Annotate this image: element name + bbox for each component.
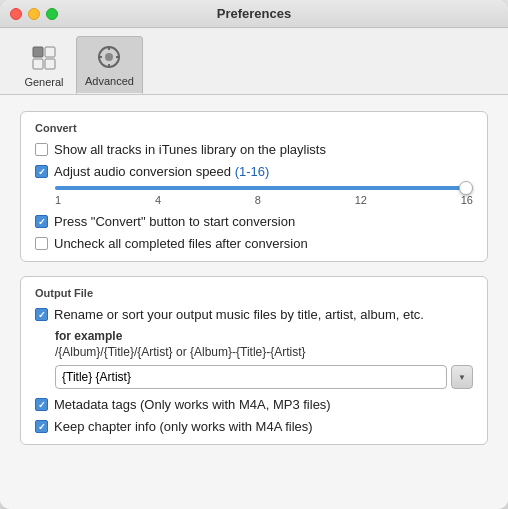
template-input-row bbox=[55, 365, 473, 389]
chapter-row: Keep chapter info (only works with M4A f… bbox=[35, 419, 473, 434]
metadata-row: Metadata tags (Only works with M4A, MP3 … bbox=[35, 397, 473, 412]
minimize-button[interactable] bbox=[28, 8, 40, 20]
svg-rect-3 bbox=[45, 59, 55, 69]
press-convert-row: Press "Convert" button to start conversi… bbox=[35, 214, 473, 229]
show-all-tracks-label: Show all tracks in iTunes library on the… bbox=[54, 142, 326, 157]
adjust-audio-speed-label: Adjust audio conversion speed (1-16) bbox=[54, 164, 269, 179]
rename-row: Rename or sort your output music files b… bbox=[35, 307, 473, 322]
general-icon bbox=[28, 42, 60, 74]
adjust-audio-speed-checkbox[interactable] bbox=[35, 165, 48, 178]
svg-rect-0 bbox=[33, 47, 43, 57]
output-section: Output File Rename or sort your output m… bbox=[20, 276, 488, 445]
output-section-header: Output File bbox=[35, 287, 473, 299]
preferences-window: Preferences General bbox=[0, 0, 508, 509]
convert-section-header: Convert bbox=[35, 122, 473, 134]
tab-general[interactable]: General bbox=[16, 38, 72, 94]
speed-slider-container: 1 4 8 12 16 bbox=[55, 186, 473, 206]
svg-rect-2 bbox=[33, 59, 43, 69]
tab-advanced-label: Advanced bbox=[85, 75, 134, 87]
press-convert-checkbox[interactable] bbox=[35, 215, 48, 228]
uncheck-completed-checkbox[interactable] bbox=[35, 237, 48, 250]
traffic-lights bbox=[10, 8, 58, 20]
slider-label-4: 4 bbox=[155, 194, 161, 206]
svg-point-5 bbox=[105, 53, 113, 61]
svg-rect-1 bbox=[45, 47, 55, 57]
template-dropdown-button[interactable] bbox=[451, 365, 473, 389]
adjust-audio-speed-row: Adjust audio conversion speed (1-16) bbox=[35, 164, 473, 179]
show-all-tracks-checkbox[interactable] bbox=[35, 143, 48, 156]
window-title: Preferences bbox=[217, 6, 291, 21]
toolbar: General Advanced bbox=[0, 28, 508, 95]
chapter-checkbox[interactable] bbox=[35, 420, 48, 433]
show-all-tracks-row: Show all tracks in iTunes library on the… bbox=[35, 142, 473, 157]
slider-label-12: 12 bbox=[355, 194, 367, 206]
metadata-checkbox[interactable] bbox=[35, 398, 48, 411]
metadata-label: Metadata tags (Only works with M4A, MP3 … bbox=[54, 397, 331, 412]
slider-label-1: 1 bbox=[55, 194, 61, 206]
convert-section: Convert Show all tracks in iTunes librar… bbox=[20, 111, 488, 262]
speed-slider-fill bbox=[55, 186, 473, 190]
example-header: for example bbox=[55, 329, 473, 343]
speed-slider-labels: 1 4 8 12 16 bbox=[55, 194, 473, 206]
uncheck-completed-row: Uncheck all completed files after conver… bbox=[35, 236, 473, 251]
speed-slider-track[interactable] bbox=[55, 186, 473, 190]
rename-checkbox[interactable] bbox=[35, 308, 48, 321]
tab-advanced[interactable]: Advanced bbox=[76, 36, 143, 94]
close-button[interactable] bbox=[10, 8, 22, 20]
rename-label: Rename or sort your output music files b… bbox=[54, 307, 424, 322]
uncheck-completed-label: Uncheck all completed files after conver… bbox=[54, 236, 308, 251]
advanced-icon bbox=[93, 41, 125, 73]
press-convert-label: Press "Convert" button to start conversi… bbox=[54, 214, 295, 229]
speed-slider-thumb[interactable] bbox=[459, 181, 473, 195]
slider-label-8: 8 bbox=[255, 194, 261, 206]
tab-general-label: General bbox=[24, 76, 63, 88]
example-path: /{Album}/{Title}/{Artist} or {Album}-{Ti… bbox=[55, 345, 473, 359]
chapter-label: Keep chapter info (only works with M4A f… bbox=[54, 419, 313, 434]
content-area: Convert Show all tracks in iTunes librar… bbox=[0, 95, 508, 509]
maximize-button[interactable] bbox=[46, 8, 58, 20]
slider-label-16: 16 bbox=[461, 194, 473, 206]
template-input[interactable] bbox=[55, 365, 447, 389]
titlebar: Preferences bbox=[0, 0, 508, 28]
